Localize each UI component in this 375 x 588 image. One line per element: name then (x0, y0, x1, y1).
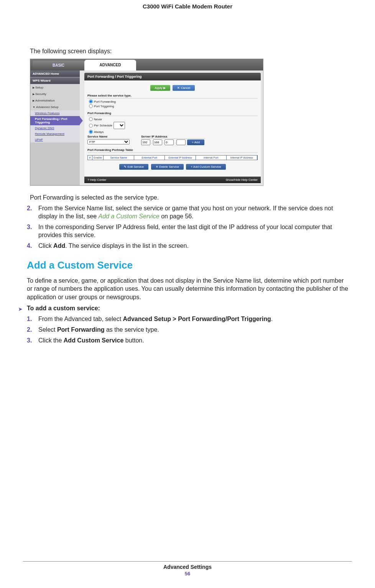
add-custom-service-button[interactable]: + Add Custom Service (186, 164, 225, 170)
radio-port-forwarding[interactable] (89, 100, 93, 103)
router-screenshot: BASIC ADVANCED ADVANCED Home WPS Wizard … (30, 59, 263, 186)
tab-basic[interactable]: BASIC (33, 61, 84, 70)
th-external-port: External Port (134, 156, 165, 160)
service-name-select[interactable]: FTP (87, 139, 130, 144)
pf-section-label: Port Forwarding (87, 111, 258, 116)
sidebar-port-forwarding[interactable]: Port Forwarding / Port Triggering (30, 116, 80, 125)
edit-service-button[interactable]: ✎ Edit Service (119, 164, 148, 170)
radio-always-label: Always (94, 130, 104, 134)
step-3: 3.In the corresponding Server IP Address… (27, 223, 348, 239)
proc-step-1: 1. From the Advanced tab, select Advance… (27, 315, 348, 323)
th-internal-port: Internal Port (196, 156, 227, 160)
page-header: C3000 WiFi Cable Modem Router (0, 0, 375, 10)
radio-never-label: Never (94, 118, 102, 121)
sidebar-security[interactable]: Security (30, 91, 80, 97)
sidebar-dynamic-dns[interactable]: Dynamic DNS (30, 125, 80, 131)
step-4: 4. Click Add. The service displays in th… (27, 242, 348, 250)
service-type-label: Please select the service type. (87, 94, 258, 98)
intro-text: The following screen displays: (27, 48, 348, 55)
sidebar-administration[interactable]: Administration (30, 97, 80, 104)
main-panel: Port Forwarding / Port Triggering Apply … (80, 70, 263, 185)
service-name-label: Service Name (87, 135, 130, 139)
sidebar-upnp[interactable]: UPnP (30, 137, 80, 142)
add-button[interactable]: + Add (187, 139, 204, 145)
apply-button[interactable]: Apply ▶ (150, 85, 170, 91)
radio-pt-label: Port Triggering (94, 105, 114, 108)
radio-persched-label: Per Schedule (94, 124, 112, 127)
proc-step-3: 3. Click the Add Custom Service button. (27, 336, 348, 345)
procedure-heading: ➤ To add a custom service: (27, 305, 348, 312)
sidebar-wireless-features[interactable]: Wireless Features (30, 110, 80, 116)
link-add-custom-service[interactable]: Add a Custom Service (99, 213, 160, 219)
ip-octet-2[interactable] (153, 139, 162, 145)
show-hide-help[interactable]: Show/Hide Help Center (225, 178, 258, 182)
proc-step-2: 2. Select Port Forwarding as the service… (27, 326, 348, 334)
radio-port-triggering[interactable] (89, 104, 93, 108)
ip-octet-4[interactable] (176, 139, 186, 145)
sidebar-advanced-setup[interactable]: Advanced Setup (30, 104, 80, 110)
radio-per-schedule[interactable] (89, 124, 93, 128)
th-external-ip: External IP Address (165, 156, 196, 160)
after-screenshot-text: Port Forwarding is selected as the servi… (30, 193, 348, 202)
panel-title: Port Forwarding / Port Triggering (84, 73, 261, 80)
sidebar-remote-management[interactable]: Remote Management (30, 131, 80, 137)
th-hash: # (88, 156, 92, 160)
page-footer: Advanced Settings 56 (0, 561, 375, 577)
th-internal-ip: Internal IP Address (227, 156, 257, 160)
radio-never[interactable] (89, 117, 93, 121)
sidebar: ADVANCED Home WPS Wizard Setup Security … (30, 70, 80, 185)
step-2: 2. From the Service Name list, select th… (27, 204, 348, 221)
th-service-name: Service Name (104, 156, 134, 160)
section-paragraph: To define a service, game, or applicatio… (27, 277, 348, 301)
sidebar-advanced-home[interactable]: ADVANCED Home (30, 70, 80, 77)
cancel-button[interactable]: ✕ Cancel (173, 85, 195, 91)
schedule-select[interactable] (113, 122, 125, 129)
radio-pf-label: Port Forwarding (94, 100, 116, 103)
server-ip-label: Server IP Address (141, 135, 205, 139)
portmap-label: Port Forwarding Portmap Table (87, 148, 258, 153)
radio-always[interactable] (89, 130, 93, 134)
tab-bar: BASIC ADVANCED (30, 59, 263, 70)
footer-section: Advanced Settings (0, 564, 375, 570)
th-enable: Enable (92, 156, 104, 160)
tab-advanced[interactable]: ADVANCED (84, 60, 136, 70)
section-heading: Add a Custom Service (27, 259, 348, 271)
footer-page-number: 56 (0, 571, 375, 577)
procedure-arrow-icon: ➤ (18, 306, 22, 312)
delete-service-button[interactable]: ✕ Delete Service (151, 164, 184, 170)
ip-octet-1[interactable] (141, 139, 150, 145)
portmap-table: # Enable Service Name External Port Exte… (87, 155, 258, 160)
ip-octet-3[interactable] (164, 139, 174, 145)
sidebar-setup[interactable]: Setup (30, 84, 80, 91)
sidebar-wps-wizard[interactable]: WPS Wizard (30, 77, 80, 84)
help-center[interactable]: ? Help Center (87, 178, 106, 182)
